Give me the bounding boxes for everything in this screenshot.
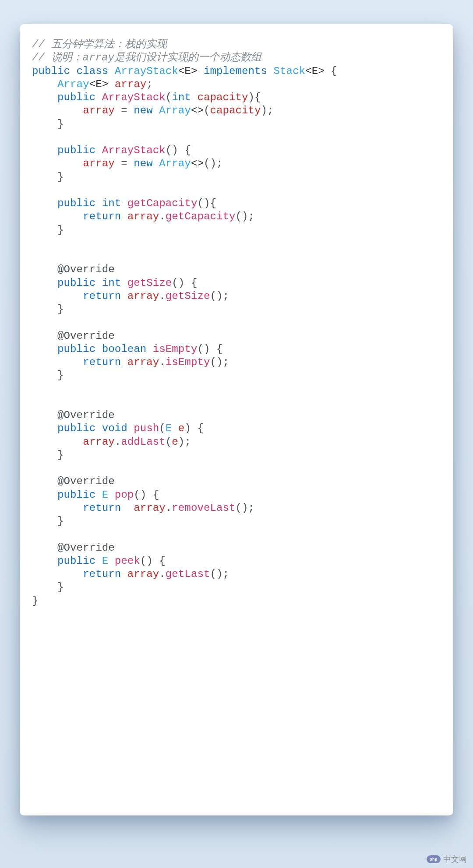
keyword: new <box>134 158 153 169</box>
constructor: ArrayStack <box>102 91 166 103</box>
method-call: removeLast <box>172 502 235 514</box>
code-card: // 五分钟学算法：栈的实现 // 说明：array是我们设计实现的一个动态数组… <box>20 24 453 815</box>
type: ArrayStack <box>115 65 178 77</box>
keyword: boolean <box>102 343 147 355</box>
watermark-label: 中文网 <box>443 854 467 864</box>
type: E <box>102 555 109 567</box>
generic: <> <box>191 105 204 116</box>
keyword: return <box>83 290 121 302</box>
keyword: new <box>134 105 153 116</box>
keyword: int <box>172 91 191 103</box>
identifier: array <box>127 211 159 222</box>
method-call: getSize <box>166 290 210 302</box>
identifier: capacity <box>197 91 248 103</box>
type: Stack <box>274 65 306 77</box>
keyword: public <box>57 197 95 209</box>
type: Array <box>57 78 89 90</box>
method: getCapacity <box>127 197 198 209</box>
keyword: public <box>32 65 70 77</box>
keyword: class <box>77 65 109 77</box>
method: isEmpty <box>153 343 198 355</box>
keyword: public <box>57 91 95 103</box>
keyword: return <box>83 568 121 580</box>
watermark: php 中文网 <box>427 854 467 864</box>
identifier: array <box>134 502 166 514</box>
keyword: implements <box>204 65 267 77</box>
type: E <box>166 422 172 434</box>
identifier: e <box>178 422 185 434</box>
keyword: public <box>57 144 95 156</box>
method-call: getLast <box>166 568 210 580</box>
annotation: @Override <box>57 264 115 275</box>
generic: <> <box>191 158 204 169</box>
annotation: @Override <box>57 475 115 487</box>
method-call: isEmpty <box>166 356 210 368</box>
brace: { <box>331 65 337 77</box>
identifier: e <box>172 436 178 448</box>
php-logo-icon: php <box>427 855 441 863</box>
keyword: return <box>83 356 121 368</box>
annotation: @Override <box>57 330 115 342</box>
identifier: array <box>127 290 159 302</box>
identifier: array <box>127 568 159 580</box>
type: Array <box>159 105 191 116</box>
identifier: array <box>83 158 115 169</box>
comment-line: // 五分钟学算法：栈的实现 <box>32 39 167 50</box>
method: push <box>134 422 159 434</box>
method-call: addLast <box>121 436 166 448</box>
type: E <box>102 489 109 501</box>
identifier: array <box>127 356 159 368</box>
keyword: public <box>57 277 95 289</box>
method: getSize <box>127 277 172 289</box>
generic: <E> <box>89 78 109 90</box>
identifier: array <box>83 105 115 116</box>
method: peek <box>115 555 140 567</box>
keyword: int <box>102 197 121 209</box>
identifier: array <box>83 436 115 448</box>
keyword: return <box>83 502 121 514</box>
keyword: int <box>102 277 121 289</box>
identifier: array <box>115 78 147 90</box>
annotation: @Override <box>57 542 115 554</box>
method-call: getCapacity <box>166 211 236 222</box>
generic: <E> <box>178 65 198 77</box>
comment-line: // 说明：array是我们设计实现的一个动态数组 <box>32 52 261 63</box>
annotation: @Override <box>57 409 115 421</box>
generic: <E> <box>305 65 325 77</box>
keyword: public <box>57 343 95 355</box>
keyword: public <box>57 422 95 434</box>
keyword: return <box>83 211 121 222</box>
code-block: // 五分钟学算法：栈的实现 // 说明：array是我们设计实现的一个动态数组… <box>32 38 441 608</box>
type: Array <box>159 158 191 169</box>
method: pop <box>115 489 134 501</box>
keyword: public <box>57 555 95 567</box>
keyword: void <box>102 422 127 434</box>
keyword: public <box>57 489 95 501</box>
constructor: ArrayStack <box>102 144 166 156</box>
identifier: capacity <box>210 105 261 116</box>
